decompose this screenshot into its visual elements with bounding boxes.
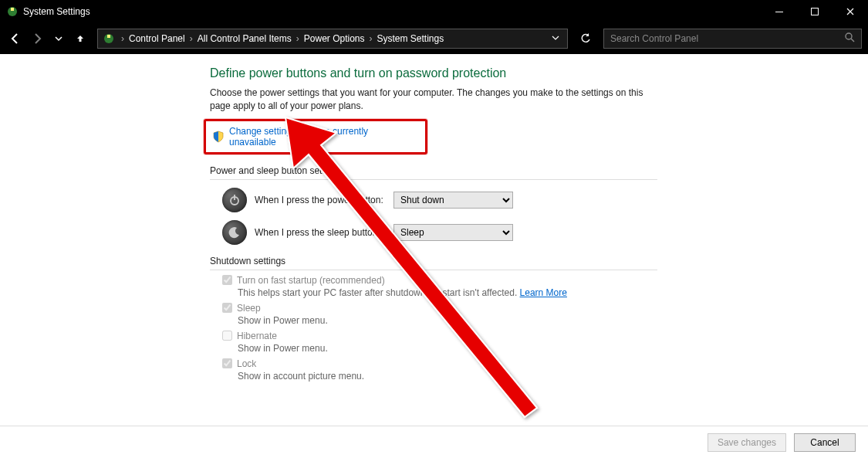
- annotation-highlight-box: Change settings that are currently unava…: [204, 119, 427, 154]
- page-description: Choose the power settings that you want …: [210, 87, 657, 113]
- search-input[interactable]: [610, 33, 845, 44]
- section-header-shutdown: Shutdown settings: [210, 256, 657, 270]
- hibernate-label: Hibernate: [237, 331, 277, 341]
- up-button[interactable]: [71, 29, 90, 48]
- cancel-button[interactable]: Cancel: [794, 433, 856, 452]
- change-settings-link[interactable]: Change settings that are currently unava…: [229, 126, 416, 148]
- window-controls: [762, 0, 868, 23]
- maximize-button[interactable]: [797, 0, 833, 23]
- chevron-right-icon: ›: [295, 33, 301, 44]
- breadcrumb-item[interactable]: All Control Panel Items: [194, 33, 295, 44]
- svg-line-7: [851, 39, 854, 42]
- hibernate-checkbox: [222, 331, 232, 341]
- power-icon: [222, 188, 247, 212]
- forward-button[interactable]: [28, 29, 46, 48]
- svg-rect-1: [11, 8, 14, 11]
- recent-locations-button[interactable]: [49, 29, 68, 48]
- fast-startup-desc-text: This helps start your PC faster after sh…: [238, 287, 520, 298]
- fast-startup-desc: This helps start your PC faster after sh…: [238, 287, 657, 298]
- sleep-button-row: When I press the sleep button: Sleep: [222, 220, 657, 245]
- learn-more-link[interactable]: Learn More: [520, 287, 567, 298]
- hibernate-desc: Show in Power menu.: [238, 343, 657, 354]
- power-button-select[interactable]: Shut down: [393, 192, 513, 209]
- fast-startup-checkbox: [222, 275, 232, 285]
- navbar: › Control Panel › All Control Panel Item…: [0, 23, 868, 54]
- app-icon: [6, 5, 19, 18]
- refresh-button[interactable]: [576, 29, 596, 49]
- sleep-button-select[interactable]: Sleep: [393, 224, 513, 241]
- save-changes-button: Save changes: [708, 433, 786, 452]
- shutdown-settings-list: Turn on fast startup (recommended) This …: [210, 275, 657, 382]
- minimize-button[interactable]: [762, 0, 797, 23]
- lock-desc: Show in account picture menu.: [238, 371, 657, 382]
- lock-label: Lock: [237, 358, 256, 369]
- sleep-button-label: When I press the sleep button:: [255, 227, 386, 238]
- svg-rect-5: [107, 35, 110, 38]
- svg-rect-3: [812, 8, 819, 15]
- sleep-label: Sleep: [237, 303, 261, 314]
- breadcrumb-item[interactable]: System Settings: [373, 33, 447, 44]
- footer: Save changes Cancel: [0, 426, 868, 458]
- control-panel-icon: [103, 32, 115, 45]
- page-title: Define power buttons and turn on passwor…: [210, 66, 657, 80]
- svg-point-6: [846, 33, 852, 39]
- sleep-icon: [222, 220, 247, 245]
- address-bar[interactable]: › Control Panel › All Control Panel Item…: [97, 29, 568, 49]
- section-header-power-sleep: Power and sleep button settings: [210, 165, 657, 180]
- power-button-row: When I press the power button: Shut down: [222, 188, 657, 212]
- sleep-desc: Show in Power menu.: [238, 315, 657, 326]
- chevron-down-icon[interactable]: [552, 33, 559, 44]
- sleep-checkbox: [222, 303, 232, 313]
- hibernate-option: Hibernate: [222, 331, 657, 341]
- content-area: Define power buttons and turn on passwor…: [0, 54, 868, 426]
- fast-startup-option: Turn on fast startup (recommended): [222, 275, 657, 286]
- search-box[interactable]: [603, 29, 862, 49]
- lock-option: Lock: [222, 358, 657, 369]
- sleep-option: Sleep: [222, 303, 657, 314]
- window-title: System Settings: [23, 6, 762, 17]
- back-button[interactable]: [6, 29, 25, 48]
- fast-startup-label: Turn on fast startup (recommended): [237, 275, 385, 286]
- lock-checkbox: [222, 358, 232, 368]
- breadcrumb-item[interactable]: Control Panel: [126, 33, 188, 44]
- chevron-right-icon: ›: [120, 33, 126, 44]
- close-button[interactable]: [833, 0, 868, 23]
- titlebar: System Settings: [0, 0, 868, 23]
- svg-rect-2: [775, 12, 783, 12]
- breadcrumb-item[interactable]: Power Options: [301, 33, 368, 44]
- shield-icon: [212, 131, 225, 143]
- chevron-right-icon: ›: [188, 33, 194, 44]
- chevron-right-icon: ›: [367, 33, 373, 44]
- power-button-label: When I press the power button:: [255, 195, 386, 205]
- search-icon: [845, 32, 855, 45]
